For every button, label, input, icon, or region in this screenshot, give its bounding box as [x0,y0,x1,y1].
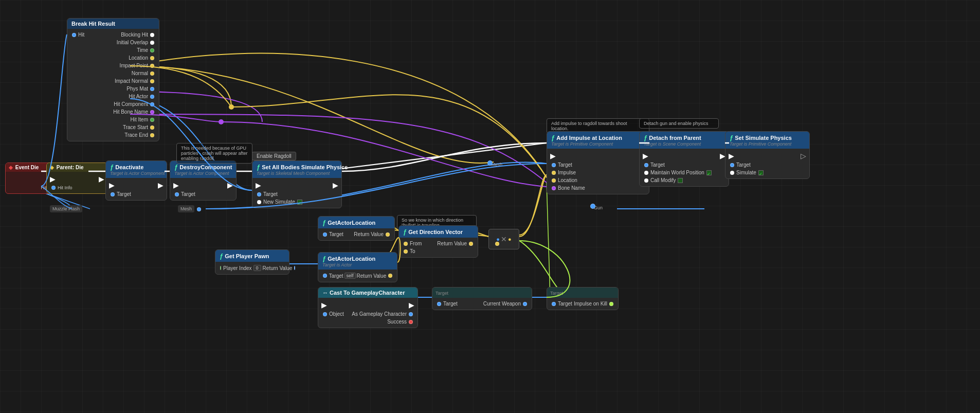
gpp-player-index-pin [220,266,221,270]
gdv-title: ƒ Get Direction Vector [403,228,474,236]
detach-from-parent-node: ƒ Detach from Parent Target is Scene Com… [639,131,729,187]
detach-world-pos-row: Maintain World Position [640,169,729,176]
pin-row-phys-mat: Phys Mat [67,85,159,93]
ai-bone-pin [552,186,556,190]
set-all-bodies-header: ƒ Set All Bodies Simulate Physics Target… [252,161,341,178]
pin-row-hit-bone-name: Hit Bone Name [67,108,159,116]
muzzle-flash-label: Muzzle Flash [50,205,82,212]
blocking-hit-pin-out [150,33,154,37]
iok-target-pin [552,302,556,306]
set-simulate-title: ƒ Set Simulate Physics [730,134,805,141]
set-all-bodies-target-row: Target [252,190,341,198]
iok-impulse-pin [609,302,613,306]
detach-call-modify-pin [644,178,648,183]
ai-impulse-pin [552,171,556,175]
parent-hitinfo-in [51,186,56,190]
gal1-title: ƒ GetActorLocation [322,219,390,226]
multiply-pin-out: ● [508,236,512,242]
break-hit-result-node: Break Hit Result Hit Blocking Hit Initia… [67,18,159,141]
pin-row-hit-item: Hit Item [67,116,159,123]
gal2-title: ƒ GetActorLocation [322,255,393,262]
ss-target-pin [730,163,734,167]
deactivate-header: ƒ Deactivate Target is Actor Component [106,161,167,178]
gal1-target-row: Target Return Value [318,230,394,238]
add-impulse-bone-row: Bone Name [547,184,649,192]
gal1-header: ƒ GetActorLocation [318,217,394,228]
gal1-return-pin [386,232,390,237]
set-all-bodies-target-pin [257,192,261,196]
get-actor-location-2-node: ƒ GetActorLocation Target is Actor Targe… [318,252,397,282]
new-simulate-checkbox[interactable] [297,200,302,205]
destroy-component-node: ƒ DestroyComponent Target is Actor Compo… [170,160,237,201]
pin-row-impact-normal: Impact Normal [67,77,159,85]
svg-point-1 [219,119,224,124]
detach-comment: Detach gun and enable physics [639,118,719,129]
detach-header: ƒ Detach from Parent Target is Scene Com… [640,132,729,149]
break-hit-result-header: Break Hit Result [67,19,159,29]
ai-location-pin [552,178,556,183]
pin-row-trace-start: Trace Start [67,123,159,131]
destroy-exec-row: ▶ ▶ [170,180,236,190]
ai-target-pin [552,163,556,167]
multiply-icon: ✕ [501,235,507,243]
detach-exec-row: ▶ ▶ [640,151,729,161]
trace-start-pin [150,125,154,130]
normal-pin [150,71,154,76]
break-hit-result-title: Break Hit Result [71,21,115,27]
multiply-node: ● ✕ ● [488,229,519,249]
event-die-title: Event Die [15,165,39,170]
initial-overlap-pin [150,41,154,45]
gpp-player-index-row: Player Index 0 Return Value [215,264,289,272]
cast-object-row: Object As Gameplay Character [318,310,418,318]
hit-item-pin [150,118,154,122]
trace-end-pin [150,133,154,137]
add-impulse-target-row: Target [547,161,649,169]
add-impulse-node: ƒ Add Impulse at Location Target is Prim… [547,131,649,194]
detach-call-modify-row: Call Modify [640,176,729,184]
pin-row-hit: Hit Blocking Hit [67,31,159,39]
set-simulate-physics-node: ƒ Set Simulate Physics Target is Primiti… [725,131,810,179]
pin-row-impact-point: Impact Point [67,62,159,69]
simulate-checkbox[interactable] [758,170,764,175]
impulse-on-kill-node: Target Target Impulse on Kill [547,287,619,310]
deactivate-target-row: Target [106,190,167,198]
gal2-target-pin [323,274,327,278]
parent-die-exec-in: ▶ [50,175,56,183]
cast-success-row: Success [318,318,418,326]
set-simulate-simulate-row: Simulate [725,169,809,176]
destroy-title: ƒ DestroyComponent [174,163,232,171]
add-impulse-title: ƒ Add Impulse at Location [551,134,645,141]
gal1-target-pin [323,232,327,237]
gdv-from-row: From Return Value [399,240,478,247]
cast-object-pin [323,312,327,316]
add-impulse-location-row: Location [547,176,649,184]
ss-simulate-pin [730,171,734,175]
call-modify-checkbox[interactable] [678,178,683,183]
detach-target-row: Target [640,161,729,169]
deactivate-target-pin [111,192,115,196]
impact-normal-pin [150,79,154,83]
maintain-world-checkbox[interactable] [706,170,712,175]
add-impulse-impulse-row: Impulse [547,169,649,176]
gun-pin [589,204,597,210]
parent-die-title: Parent: Die [57,165,84,170]
detach-target-pin [644,163,648,167]
cast-title: ↔ Cast To GameplayCharacter [322,290,413,296]
cast-to-gameplay-character-node: ↔ Cast To GameplayCharacter ▶ ▶ Object A… [318,287,418,328]
destroy-target-pin [175,192,179,196]
deactivate-title: ƒ Deactivate [110,163,162,171]
detach-title: ƒ Detach from Parent [644,134,724,141]
cw-target-row: Target Current Weapon [432,300,532,308]
gdv-return-pin [469,242,473,246]
deactivate-node: ƒ Deactivate Target is Actor Component ▶… [105,160,167,201]
parent-die-hitinfo-row: Hit Info [47,184,107,191]
gpu-comment-box: This is needed because of GPU particles … [176,143,252,164]
current-weapon-node: Target Target Current Weapon [432,287,532,310]
detach-world-pin [644,171,648,175]
destroy-target-row: Target [170,190,236,198]
hit-actor-pin [150,95,154,99]
impact-point-pin [150,64,154,68]
pin-row-initial-overlap: Initial Overlap [67,39,159,46]
svg-point-0 [229,104,234,110]
mesh-pin-1 [195,206,203,212]
